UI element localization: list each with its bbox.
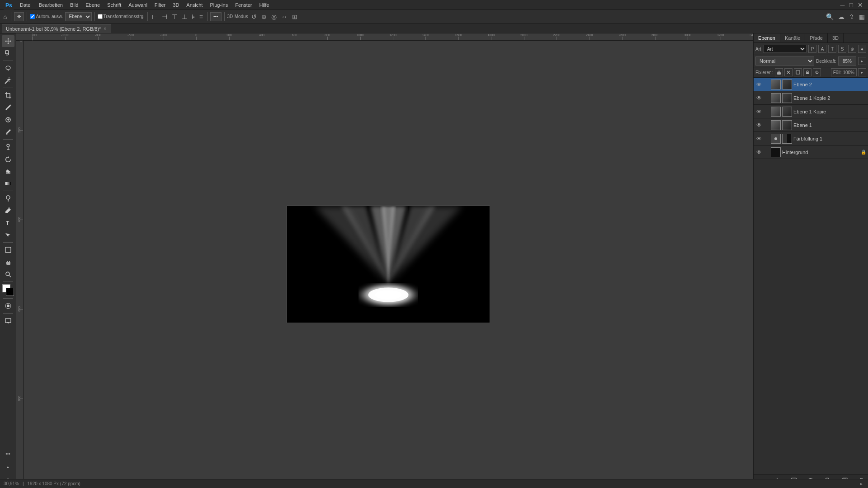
3d-pan-btn[interactable]: ⊕ [260,12,268,22]
move-tool-btn[interactable]: ✥ [14,12,24,21]
menu-auswahl[interactable]: Auswahl [125,1,151,9]
canvas-area[interactable] [24,41,753,488]
status-extra-btn[interactable]: ▸ [859,480,864,487]
tab-pfade[interactable]: Pfade [805,33,828,42]
align-center-btn[interactable]: ⊣ [160,12,169,22]
layer-row-ebene2[interactable]: 👁 Ebene 2 [754,78,868,91]
extra-tools-btn[interactable]: ••• [2,448,14,460]
color-swatches[interactable] [2,284,14,296]
pen-tool[interactable] [2,205,14,216]
gradient-tool[interactable] [2,178,14,189]
menu-3d[interactable]: 3D [169,1,183,9]
fill-btn[interactable]: Füll: 100% [831,68,857,76]
layer-eye-farbfullung1[interactable]: 👁 [755,135,763,142]
eyedropper-tool[interactable] [2,102,14,113]
tab-close-btn[interactable]: × [104,26,106,31]
arrange-btn[interactable]: ▦ [858,12,866,22]
move-tool[interactable] [2,35,14,47]
fill-expand-btn[interactable]: ▸ [858,68,866,76]
opacity-expand-btn[interactable]: ▸ [858,57,866,65]
menu-ebene[interactable]: Ebene [82,1,104,9]
window-restore-btn[interactable]: □ [848,0,854,10]
lock-artboard-btn[interactable] [794,68,802,76]
menu-plugins[interactable]: Plug-ins [206,1,231,9]
layer-row-ebene1[interactable]: 👁 Ebene 1 [754,118,868,132]
layer-row-hintergrund[interactable]: 👁 Hintergrund 🔒 [754,145,868,159]
tab-kanaele[interactable]: Kanäle [780,33,805,42]
menu-datei[interactable]: Datei [16,1,35,9]
zoom-tool[interactable] [2,268,14,280]
menu-bearbeiten[interactable]: Bearbeiten [35,1,66,9]
menu-hilfe[interactable]: Hilfe [255,1,273,9]
layer-filter-adj-btn[interactable]: A [818,45,826,53]
align-bottom-btn[interactable]: ≡ [198,12,204,22]
align-top-btn[interactable]: ⊥ [180,12,189,22]
layer-row-ebene1kopie[interactable]: 👁 Ebene 1 Kopie [754,105,868,118]
hand-tool[interactable] [2,256,14,268]
menu-schrift[interactable]: Schrift [104,1,125,9]
layer-blend-mode[interactable]: Normal [755,56,814,66]
3d-zoom-btn[interactable]: ◎ [270,12,278,22]
screen-mode-btn[interactable] [2,315,14,327]
quick-mask-tool[interactable] [2,300,14,312]
menu-filter[interactable]: Filter [151,1,169,9]
auto-select-mode[interactable]: Ebene [65,12,92,21]
text-tool[interactable]: T [2,217,14,229]
share-btn[interactable]: ⇪ [848,12,856,22]
layer-filter-shape-btn[interactable]: S [838,45,846,53]
tab-3d[interactable]: 3D [828,33,844,42]
menu-fenster[interactable]: Fenster [231,1,255,9]
layer-eye-hintergrund[interactable]: 👁 [755,149,763,156]
layer-filter-pixel-btn[interactable]: P [808,45,816,53]
lasso-tool[interactable] [2,62,14,74]
document-canvas[interactable] [287,206,490,323]
scroll-up-btn[interactable]: ▲ [2,461,14,473]
align-right-btn[interactable]: ⊤ [170,12,179,22]
more-options-btn[interactable]: ••• [210,12,222,21]
3d-rotate-btn[interactable]: ↺ [250,12,258,22]
auto-select-checkbox[interactable] [30,14,35,19]
tab-ebenen[interactable]: Ebenen [754,33,780,42]
3d-extra-btn[interactable]: ⊞ [291,12,299,22]
more-icon: ••• [213,14,218,19]
opacity-value[interactable]: 85% [838,56,856,66]
window-close-btn[interactable]: ✕ [856,0,864,10]
home-btn[interactable]: ⌂ [2,12,8,22]
eraser-tool[interactable] [2,165,14,177]
3d-move-btn[interactable]: ↔ [280,12,289,22]
selection-tool[interactable] [2,47,14,59]
align-vcenter-btn[interactable]: ⊧ [190,12,196,22]
window-minimize-btn[interactable]: ─ [839,0,846,10]
lock-all-btn[interactable] [803,68,811,76]
layer-filter-smart-btn[interactable]: ⊛ [848,45,856,53]
healing-tool[interactable] [2,114,14,126]
search-btn[interactable]: 🔍 [825,12,835,22]
cloud-btn[interactable]: ☁ [837,12,846,22]
brush-tool[interactable] [2,126,14,138]
document-tab[interactable]: Unbenannt-1 bei 30,9% (Ebene 2, RGB/8)* … [2,24,111,33]
clone-stamp-tool[interactable] [2,141,14,153]
menu-ansicht[interactable]: Ansicht [183,1,206,9]
menu-bild[interactable]: Bild [66,1,82,9]
shape-tool[interactable] [2,244,14,256]
align-left-btn[interactable]: ⊢ [151,12,159,22]
lock-position-btn[interactable] [784,68,793,76]
lock-extra-btn[interactable] [813,68,821,76]
layer-filter-toggle-btn[interactable]: ● [858,45,866,53]
transform-checkbox[interactable] [98,14,103,19]
layer-eye-ebene2[interactable]: 👁 [755,81,763,88]
layer-filter-type[interactable]: Art [763,45,807,53]
layer-eye-ebene1kopie2[interactable]: 👁 [755,94,763,102]
crop-tool[interactable] [2,89,14,101]
dodge-tool[interactable] [2,192,14,204]
layer-eye-ebene1kopie[interactable]: 👁 [755,108,763,115]
history-brush-tool[interactable] [2,153,14,165]
background-color[interactable] [6,288,14,296]
lock-pixels-btn[interactable] [775,68,783,76]
path-selection-tool[interactable] [2,229,14,241]
magic-wand-tool[interactable] [2,75,14,86]
layer-row-ebene1kopie2[interactable]: 👁 Ebene 1 Kopie 2 [754,91,868,105]
layer-eye-ebene1[interactable]: 👁 [755,122,763,129]
layer-filter-text-btn[interactable]: T [828,45,836,53]
layer-row-farbfullung1[interactable]: 👁 Färbfüllung 1 [754,132,868,145]
